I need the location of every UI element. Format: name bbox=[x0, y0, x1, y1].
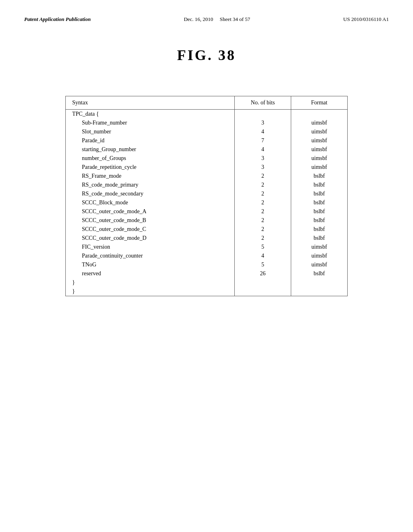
cell-format: bslbf bbox=[291, 225, 347, 234]
cell-syntax: Parade_continuity_counter bbox=[66, 251, 235, 260]
cell-bits: 4 bbox=[235, 251, 291, 260]
cell-syntax: SCCC_Block_mode bbox=[66, 198, 235, 207]
cell-bits: 3 bbox=[235, 154, 291, 163]
cell-bits: 7 bbox=[235, 136, 291, 145]
cell-bits: 5 bbox=[235, 260, 291, 269]
cell-syntax: reserved bbox=[66, 269, 235, 278]
cell-syntax: Parade_id bbox=[66, 136, 235, 145]
cell-format: bslbf bbox=[291, 198, 347, 207]
table-row: Parade_id7uimsbf bbox=[66, 136, 347, 145]
col-header-syntax: Syntax bbox=[66, 96, 235, 110]
cell-bits: 4 bbox=[235, 145, 291, 154]
table-row: reserved26bslbf bbox=[66, 269, 347, 278]
cell-syntax: RS_code_mode_primary bbox=[66, 181, 235, 189]
cell-syntax: SCCC_outer_code_mode_C bbox=[66, 225, 235, 234]
header-publication-label: Patent Application Publication bbox=[24, 16, 91, 23]
header-date: Dec. 16, 2010 Sheet 34 of 57 bbox=[184, 16, 250, 23]
table-row: SCCC_Block_mode2bslbf bbox=[66, 198, 347, 207]
cell-syntax: } bbox=[66, 287, 235, 296]
cell-format bbox=[291, 278, 347, 287]
table-row: number_of_Groups3uimsbf bbox=[66, 154, 347, 163]
table-row: Sub-Frame_number3uimsbf bbox=[66, 118, 347, 127]
data-table: Syntax No. of bits Format TPC_data {Sub-… bbox=[65, 96, 348, 296]
page: Patent Application Publication Dec. 16, … bbox=[0, 0, 413, 532]
figure-title: FIG. 38 bbox=[24, 47, 389, 64]
table-row: RS_code_mode_primary2bslbf bbox=[66, 181, 347, 189]
table-row: Parade_continuity_counter4uimsbf bbox=[66, 251, 347, 260]
cell-format bbox=[291, 110, 347, 119]
col-header-format: Format bbox=[291, 96, 347, 110]
cell-format: bslbf bbox=[291, 216, 347, 225]
cell-format: bslbf bbox=[291, 207, 347, 216]
cell-format: bslbf bbox=[291, 189, 347, 198]
cell-syntax: Sub-Frame_number bbox=[66, 118, 235, 127]
cell-bits: 2 bbox=[235, 216, 291, 225]
cell-bits: 2 bbox=[235, 172, 291, 181]
cell-bits: 5 bbox=[235, 243, 291, 251]
cell-syntax: } bbox=[66, 278, 235, 287]
cell-bits bbox=[235, 110, 291, 119]
table-row: RS_Frame_mode2bslbf bbox=[66, 172, 347, 181]
cell-bits bbox=[235, 287, 291, 296]
cell-syntax: TNoG bbox=[66, 260, 235, 269]
cell-bits: 3 bbox=[235, 163, 291, 172]
cell-format: bslbf bbox=[291, 234, 347, 243]
cell-format: uimsbf bbox=[291, 260, 347, 269]
cell-format: bslbf bbox=[291, 269, 347, 278]
cell-format: uimsbf bbox=[291, 145, 347, 154]
table-row: TNoG5uimsbf bbox=[66, 260, 347, 269]
table-row: TPC_data { bbox=[66, 110, 347, 119]
cell-format: uimsbf bbox=[291, 136, 347, 145]
table-row: SCCC_outer_code_mode_C2bslbf bbox=[66, 225, 347, 234]
cell-syntax: number_of_Groups bbox=[66, 154, 235, 163]
cell-syntax: SCCC_outer_code_mode_D bbox=[66, 234, 235, 243]
page-header: Patent Application Publication Dec. 16, … bbox=[24, 16, 389, 23]
cell-syntax: FIC_version bbox=[66, 243, 235, 251]
cell-bits: 26 bbox=[235, 269, 291, 278]
cell-bits: 2 bbox=[235, 181, 291, 189]
cell-bits: 2 bbox=[235, 198, 291, 207]
cell-bits: 4 bbox=[235, 127, 291, 136]
cell-format: bslbf bbox=[291, 172, 347, 181]
cell-format: uimsbf bbox=[291, 251, 347, 260]
cell-bits: 2 bbox=[235, 207, 291, 216]
cell-format: uimsbf bbox=[291, 118, 347, 127]
table-row: starting_Group_number4uimsbf bbox=[66, 145, 347, 154]
cell-format: uimsbf bbox=[291, 154, 347, 163]
cell-syntax: Parade_repetition_cycle bbox=[66, 163, 235, 172]
table-header-row: Syntax No. of bits Format bbox=[66, 96, 347, 110]
table-row: Parade_repetition_cycle3uimsbf bbox=[66, 163, 347, 172]
table-row: Slot_number4uimsbf bbox=[66, 127, 347, 136]
table-row: SCCC_outer_code_mode_B2bslbf bbox=[66, 216, 347, 225]
cell-format: uimsbf bbox=[291, 243, 347, 251]
cell-format: uimsbf bbox=[291, 127, 347, 136]
cell-syntax: SCCC_outer_code_mode_A bbox=[66, 207, 235, 216]
cell-syntax: RS_Frame_mode bbox=[66, 172, 235, 181]
cell-format: uimsbf bbox=[291, 163, 347, 172]
col-header-bits: No. of bits bbox=[235, 96, 291, 110]
cell-syntax: starting_Group_number bbox=[66, 145, 235, 154]
cell-format bbox=[291, 287, 347, 296]
cell-bits: 2 bbox=[235, 234, 291, 243]
cell-bits bbox=[235, 278, 291, 287]
header-patent-number: US 2010/0316110 A1 bbox=[343, 16, 389, 23]
cell-syntax: SCCC_outer_code_mode_B bbox=[66, 216, 235, 225]
table-row: } bbox=[66, 287, 347, 296]
table-row: RS_code_mode_secondary2bslbf bbox=[66, 189, 347, 198]
table-row: SCCC_outer_code_mode_A2bslbf bbox=[66, 207, 347, 216]
cell-syntax: Slot_number bbox=[66, 127, 235, 136]
cell-syntax: TPC_data { bbox=[66, 110, 235, 119]
table-row: } bbox=[66, 278, 347, 287]
cell-bits: 2 bbox=[235, 225, 291, 234]
cell-format: bslbf bbox=[291, 181, 347, 189]
table-row: FIC_version5uimsbf bbox=[66, 243, 347, 251]
cell-bits: 2 bbox=[235, 189, 291, 198]
cell-syntax: RS_code_mode_secondary bbox=[66, 189, 235, 198]
table-row: SCCC_outer_code_mode_D2bslbf bbox=[66, 234, 347, 243]
cell-bits: 3 bbox=[235, 118, 291, 127]
